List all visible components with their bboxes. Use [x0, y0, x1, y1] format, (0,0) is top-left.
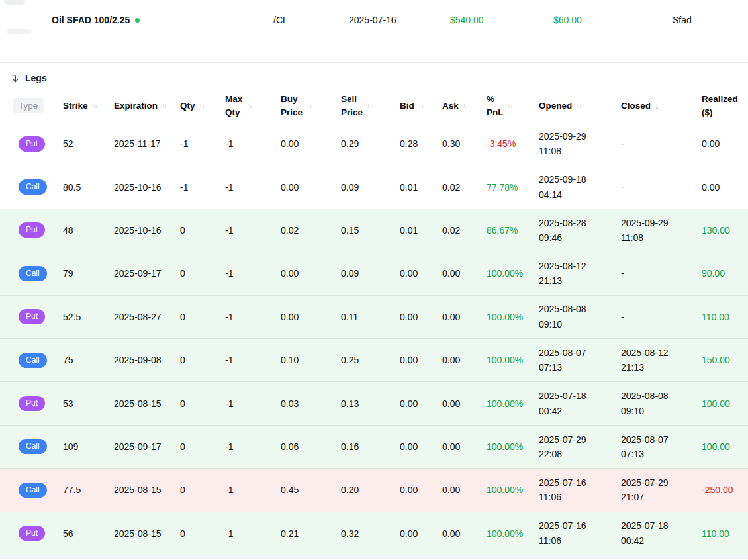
cell-buy-price: 0.02 — [281, 225, 341, 236]
leg-type-badge: Call — [19, 439, 47, 454]
cell-closed: 2025-07-2921:07 — [621, 475, 702, 505]
sort-icon[interactable]: ↑↓ — [576, 102, 581, 109]
cell-buy-price: 0.00 — [281, 268, 341, 279]
cell-expiration: 2025-08-15 — [114, 485, 180, 495]
sort-desc-icon[interactable]: ↓ — [655, 101, 659, 111]
opened-timestamp: 2025-07-1611:06 — [539, 518, 617, 548]
column-header-closed[interactable]: Closed↓ — [621, 101, 702, 111]
table-row[interactable]: Call80.52025-10-16-1-10.000.090.010.0277… — [0, 165, 748, 209]
sort-icon[interactable]: ↑↓ — [246, 102, 252, 109]
column-header-qty[interactable]: Qty↑↓ — [180, 101, 225, 111]
cell-sell-price: 0.09 — [341, 268, 400, 279]
realized-value: 150.00 — [702, 355, 730, 365]
column-header-opened[interactable]: Opened↑↓ — [539, 101, 621, 111]
cell-closed: 2025-09-2911:08 — [621, 216, 702, 246]
opened-timestamp: 2025-09-1804:14 — [539, 172, 617, 202]
opened-timestamp: 2025-08-0809:10 — [539, 302, 617, 332]
cell-max-qty: -1 — [225, 485, 281, 495]
opened-timestamp: 2025-08-2809:46 — [539, 216, 617, 246]
sort-icon[interactable]: ↑↓ — [92, 102, 97, 109]
cell-pnl: 86.67% — [487, 225, 539, 236]
cell-closed: - — [621, 179, 702, 194]
table-row[interactable]: Call77.52025-08-150-10.450.200.000.00100… — [0, 469, 748, 512]
cell-realized: 110.00 — [702, 528, 741, 539]
sort-icon[interactable]: ↑↓ — [162, 102, 167, 109]
cell-expiration: 2025-08-15 — [114, 528, 180, 539]
column-label-qty: Qty — [180, 101, 195, 111]
column-header-pnl[interactable]: % PnL↑↓ — [487, 93, 539, 118]
table-row[interactable]: Call752025-09-080-10.100.250.000.00100.0… — [0, 339, 748, 382]
position-title: Oil SFAD 100/2.25 — [52, 15, 140, 25]
pnl-value: 77.78% — [487, 182, 518, 193]
cell-qty: -1 — [180, 182, 225, 193]
table-row[interactable]: Put52.52025-08-270-10.000.110.000.00100.… — [0, 296, 748, 339]
column-header-ask[interactable]: Ask↑↓ — [442, 101, 487, 111]
column-label-expiration: Expiration — [114, 101, 158, 111]
closed-timestamp: 2025-08-0707:13 — [621, 432, 698, 462]
column-header-bid[interactable]: Bid↑↓ — [400, 101, 442, 111]
pnl-value: 100.00% — [487, 442, 523, 452]
table-row[interactable]: Put562025-08-150-10.210.320.000.00100.00… — [0, 512, 748, 555]
position-header-bar: Oil SFAD 100/2.25 /CL 2025-07-16 $540.00… — [0, 0, 748, 63]
cell-strike: 80.5 — [63, 182, 114, 193]
column-header-sell-price[interactable]: Sell Price↑↓ — [341, 93, 400, 118]
strategy-name: Sfad — [673, 15, 692, 25]
corner-right-down-icon — [9, 73, 19, 83]
table-row[interactable]: Call1092025-09-170-10.060.160.000.00100.… — [0, 426, 748, 469]
sort-icon[interactable]: ↑↓ — [199, 102, 205, 109]
column-header-strike[interactable]: Strike↑↓ — [63, 101, 114, 111]
cell-ask: 0.00 — [442, 442, 487, 452]
table-row[interactable]: Put532025-08-150-10.030.130.000.00100.00… — [0, 382, 748, 425]
column-header-expiration[interactable]: Expiration↑↓ — [114, 101, 180, 111]
cell-sell-price: 0.16 — [341, 442, 400, 452]
closed-timestamp: - — [621, 310, 698, 324]
pnl-value: -3.45% — [487, 138, 516, 149]
sort-icon[interactable]: ↑↓ — [463, 102, 468, 109]
sort-icon[interactable]: ↑↓ — [508, 102, 513, 109]
pnl-value: 86.67% — [487, 225, 518, 236]
closed-timestamp: - — [621, 266, 698, 281]
cell-pnl: 100.00% — [487, 442, 539, 452]
column-label-strike: Strike — [63, 101, 88, 111]
cell-bid: 0.01 — [400, 225, 442, 236]
table-bottom-edge — [0, 555, 748, 559]
cell-ask: 0.02 — [442, 182, 487, 193]
cell-realized: 100.00 — [702, 442, 741, 452]
table-row[interactable]: Put522025-11-17-1-10.000.290.280.30-3.45… — [0, 122, 748, 165]
cell-sell-price: 0.25 — [341, 355, 400, 365]
cell-strike: 79 — [63, 268, 114, 279]
legs-section-header: Legs — [0, 63, 748, 89]
cell-opened: 2025-07-1800:42 — [539, 389, 621, 418]
column-header-max-qty[interactable]: Max Qty↑↓ — [225, 93, 281, 118]
cell-opened: 2025-07-1611:06 — [539, 518, 621, 548]
opened-timestamp: 2025-07-2922:08 — [539, 432, 617, 462]
legs-table-header: TypeStrike↑↓Expiration↑↓Qty↑↓Max Qty↑↓Bu… — [0, 89, 748, 122]
cell-expiration: 2025-09-17 — [114, 268, 180, 279]
cell-qty: 0 — [180, 442, 225, 452]
closed-timestamp: - — [621, 136, 698, 151]
cell-buy-price: 0.45 — [281, 485, 341, 495]
cell-max-qty: -1 — [225, 225, 281, 236]
cell-sell-price: 0.20 — [341, 485, 400, 495]
sort-icon[interactable]: ↑↓ — [367, 102, 372, 109]
cell-sell-price: 0.32 — [341, 528, 400, 539]
cell-type: Call — [19, 179, 63, 195]
column-header-buy-price[interactable]: Buy Price↑↓ — [281, 93, 341, 118]
table-row[interactable]: Call792025-09-170-10.000.090.000.00100.0… — [0, 252, 748, 295]
cell-bid: 0.00 — [400, 355, 442, 365]
cell-opened: 2025-07-1611:06 — [539, 475, 621, 505]
cell-bid: 0.00 — [400, 312, 442, 322]
pnl-value: 100.00% — [487, 268, 523, 279]
cell-pnl: 100.00% — [487, 528, 539, 539]
cell-buy-price: 0.21 — [281, 528, 341, 539]
column-label-pnl: % PnL — [487, 93, 504, 118]
cell-max-qty: -1 — [225, 182, 281, 193]
cell-strike: 109 — [63, 442, 114, 452]
cell-ask: 0.00 — [442, 268, 487, 279]
cell-realized: 0.00 — [702, 138, 741, 149]
sort-icon[interactable]: ↑↓ — [418, 102, 424, 109]
sort-icon[interactable]: ↑↓ — [306, 102, 312, 109]
cell-closed: - — [621, 136, 702, 151]
column-header-type: Type — [19, 98, 63, 113]
table-row[interactable]: Put482025-10-160-10.020.150.010.0286.67%… — [0, 209, 748, 252]
